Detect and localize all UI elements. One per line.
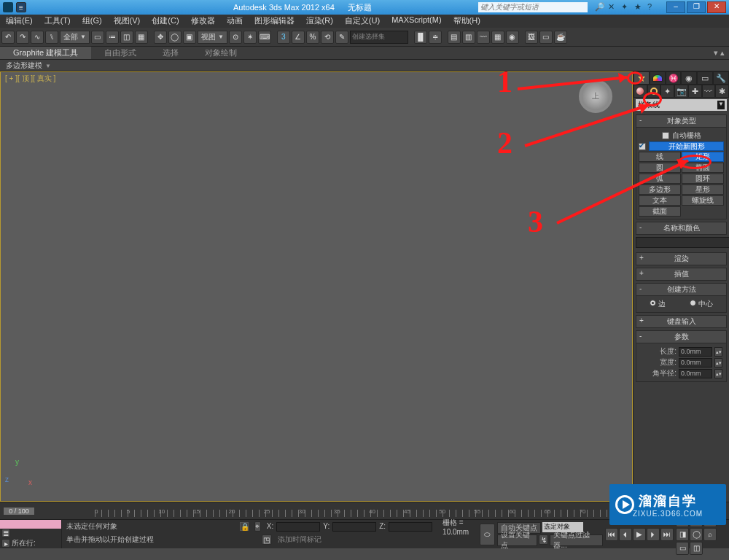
ribbon-panel-polymodeling[interactable]: 多边形建模▼	[0, 60, 729, 71]
y-input[interactable]	[332, 522, 376, 532]
render-setup-icon[interactable]: 🖼	[525, 31, 538, 44]
menu-group[interactable]: 组(G)	[77, 15, 108, 28]
orbit-icon[interactable]: ◯	[690, 528, 703, 541]
isolate-icon[interactable]: ◳	[262, 534, 272, 545]
angle-snap-icon[interactable]: ∠	[292, 31, 305, 44]
redo-icon[interactable]: ↷	[16, 31, 29, 44]
link-icon[interactable]: ∿	[31, 31, 44, 44]
add-time-tag[interactable]: 添加时间标记	[278, 534, 321, 545]
rollout-keyboard-entry[interactable]: +键盘输入	[636, 315, 727, 328]
ref-coord-system[interactable]: 视图▼	[198, 31, 227, 44]
help-icon[interactable]: ?	[647, 2, 658, 12]
corner-input[interactable]: 0.0mm	[679, 369, 712, 378]
length-spinner[interactable]: ▴▾	[714, 347, 722, 357]
menu-create[interactable]: 创建(C)	[146, 15, 184, 28]
goto-start-icon[interactable]: ⏮	[605, 528, 618, 541]
key-filters-button[interactable]: 关键点过滤器...	[550, 534, 603, 546]
min-max-toggle-icon[interactable]: ◫	[690, 542, 703, 555]
mirror-icon[interactable]: ▐▌	[414, 31, 427, 44]
trackbar-mini[interactable]	[0, 520, 61, 529]
tab-display[interactable]: ▭	[697, 71, 713, 85]
ribbon-tab-objectpaint[interactable]: 对象绘制	[192, 47, 250, 59]
cat-spacewarps[interactable]: 〰	[702, 85, 716, 98]
menu-views[interactable]: 视图(V)	[108, 15, 147, 28]
select-region-icon[interactable]: ◫	[120, 31, 133, 44]
spinner-snap-icon[interactable]: ⟲	[321, 31, 334, 44]
select-object-icon[interactable]: ▭	[91, 31, 104, 44]
align-icon[interactable]: ≑	[429, 31, 442, 44]
prompt-expand-icon[interactable]: ▸	[1, 539, 10, 548]
edit-named-sel-icon[interactable]: ✎	[335, 31, 348, 44]
menu-animation[interactable]: 动画	[221, 15, 249, 28]
window-crossing-icon[interactable]: ▦	[135, 31, 148, 44]
cat-shapes[interactable]	[647, 85, 661, 98]
absolute-relative-icon[interactable]: ⌖	[254, 521, 261, 532]
rendered-frame-icon[interactable]: ▭	[539, 31, 553, 44]
layer-manager-icon[interactable]: ▤	[448, 31, 461, 44]
time-slider-knob[interactable]: 0 / 100	[3, 507, 35, 516]
minimize-button[interactable]: –	[666, 1, 685, 13]
time-slider[interactable]: 0 / 100	[3, 507, 90, 516]
menu-tools[interactable]: 工具(T)	[39, 15, 77, 28]
cat-helpers[interactable]: ✚	[688, 85, 702, 98]
render-production-icon[interactable]: ☕	[554, 31, 567, 44]
help-search-input[interactable]: 键入关键字或短语	[478, 2, 588, 12]
z-input[interactable]	[389, 522, 432, 532]
move-icon[interactable]: ✥	[154, 31, 167, 44]
goto-end-icon[interactable]: ⏭	[660, 528, 674, 541]
rollout-interpolation[interactable]: +插值	[636, 268, 727, 281]
prev-frame-icon[interactable]: ⏴	[619, 528, 632, 541]
ribbon-tab-graphite[interactable]: Graphite 建模工具	[0, 47, 91, 59]
width-input[interactable]: 0.0mm	[679, 358, 712, 368]
set-key-large-icon[interactable]: ⬭	[480, 524, 495, 545]
menu-modifiers[interactable]: 修改器	[185, 15, 221, 28]
maximize-viewport-icon[interactable]: ▭	[676, 542, 689, 555]
x-input[interactable]	[276, 522, 320, 532]
ribbon-tab-selection[interactable]: 选择	[149, 47, 192, 59]
viewport-label[interactable]: [ + ][ 顶 ][ 真实 ]	[5, 74, 55, 84]
undo-icon[interactable]: ↶	[1, 31, 15, 44]
ribbon-tab-freeform[interactable]: 自由形式	[91, 47, 149, 59]
rotate-icon[interactable]: ◯	[168, 31, 182, 44]
rollout-render[interactable]: +渲染	[636, 252, 727, 265]
selection-filter[interactable]: 全部▼	[60, 31, 90, 44]
qat-icon[interactable]: ≡	[16, 2, 26, 12]
menu-grapheditors[interactable]: 图形编辑器	[249, 15, 300, 28]
menu-customize[interactable]: 自定义(U)	[339, 15, 386, 28]
width-spinner[interactable]: ▴▾	[714, 358, 722, 368]
cat-cameras[interactable]: 📷	[674, 85, 688, 98]
edge-radio[interactable]	[650, 300, 656, 306]
scale-icon[interactable]: ▣	[183, 31, 196, 44]
menu-rendering[interactable]: 渲染(R)	[300, 15, 339, 28]
play-icon[interactable]: ▶	[633, 528, 646, 541]
curve-editor-icon[interactable]: 〰	[477, 31, 490, 44]
search-go-icon[interactable]: 🔎	[595, 2, 605, 12]
snap-toggle-icon[interactable]: 3	[277, 31, 290, 44]
script-listener-icon[interactable]: ≣	[1, 529, 10, 537]
corner-spinner[interactable]: ▴▾	[714, 369, 722, 378]
graphite-toggle-icon[interactable]: ▥	[462, 31, 475, 44]
favorites-icon[interactable]: ★	[634, 2, 644, 12]
keyboard-shortcut-icon[interactable]: ⌨	[258, 31, 271, 44]
material-editor-icon[interactable]: ◉	[506, 31, 519, 44]
percent-snap-icon[interactable]: %	[306, 31, 319, 44]
center-radio[interactable]	[690, 300, 696, 306]
key-filters-icon[interactable]: ↯	[539, 534, 548, 545]
menu-edit[interactable]: 编辑(E)	[0, 15, 39, 28]
tab-motion[interactable]: ◉	[681, 71, 697, 85]
ribbon-collapse-icon[interactable]: ▾ ▴	[714, 48, 725, 58]
object-name-input[interactable]	[636, 237, 729, 248]
zoom-region-icon[interactable]: ⌕	[703, 528, 717, 541]
maximize-button[interactable]: ❐	[687, 1, 706, 13]
close-button[interactable]: ✕	[707, 1, 726, 13]
cat-systems[interactable]: ✱	[715, 85, 729, 98]
set-key-button[interactable]: 设置关键点	[497, 534, 538, 546]
fov-icon[interactable]: ◨	[676, 528, 689, 541]
tab-hierarchy[interactable]: ♓	[666, 71, 682, 85]
length-input[interactable]: 0.0mm	[679, 347, 712, 357]
schematic-view-icon[interactable]: ▦	[491, 31, 504, 44]
menu-maxscript[interactable]: MAXScript(M)	[386, 15, 447, 28]
unlink-icon[interactable]: ⑊	[45, 31, 58, 44]
cat-lights[interactable]: ✦	[660, 85, 674, 98]
next-frame-icon[interactable]: ⏵	[647, 528, 660, 541]
